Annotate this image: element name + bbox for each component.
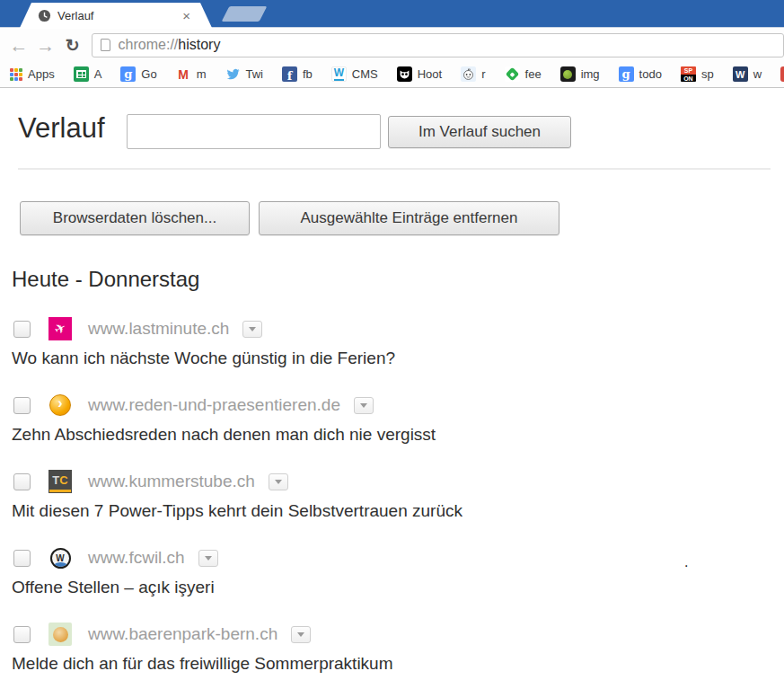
history-entry: ✈ www.lastminute.ch Wo kann ich nächste … [0,315,784,378]
entry-menu-button[interactable] [354,397,374,414]
bookmark-feedly[interactable]: fee [502,64,544,85]
bookmark-label: fb [303,67,313,81]
bookmark-w[interactable]: W w [730,64,764,85]
entry-domain[interactable]: www.fcwil.ch [88,548,185,568]
facebook-icon: f [282,66,297,82]
browser-window: Verlauf × ← → ↻ chrome://history Apps A [0,0,784,680]
sheets-icon [74,66,89,82]
entry-domain[interactable]: www.reden-und-praesentieren.de [88,395,340,415]
bookmark-apps[interactable]: Apps [7,64,57,85]
history-entry: W www.fcwil.ch Offene Stellen – açık işy… [0,544,784,607]
page-icon [101,39,110,51]
feedly-icon [505,66,520,82]
orange-arrow-icon: › [48,393,72,417]
url-text: chrome://history [119,37,221,53]
history-entry: › www.reden-und-praesentieren.de Zehn Ab… [0,392,784,455]
tc-dark-icon: TC [48,470,72,493]
bookmark-label: Apps [28,67,55,81]
entry-domain[interactable]: www.kummerstube.ch [88,472,255,491]
tab-title: Verlauf [57,9,181,22]
entry-domain[interactable]: www.baerenpark-bern.ch [88,624,277,644]
bookmark-label: sp [701,67,714,81]
entry-domain[interactable]: www.lastminute.ch [88,319,229,339]
entry-checkbox[interactable] [13,397,31,414]
forward-icon[interactable]: → [32,36,59,55]
entry-title[interactable]: Offene Stellen – açık işyeri [0,578,784,597]
bookmark-gmail[interactable]: M m [173,64,209,85]
bookmark-sheets[interactable]: A [71,64,105,85]
google-icon: g [619,66,634,82]
bookmark-g[interactable]: G G [778,64,784,85]
gmail-icon: M [176,66,191,82]
clear-browsing-data-button[interactable]: Browserdaten löschen... [20,201,250,235]
reload-icon[interactable]: ↻ [59,37,86,54]
entry-menu-button[interactable] [291,626,311,643]
entry-checkbox[interactable] [13,321,31,338]
entry-checkbox[interactable] [13,626,31,643]
bookmark-label: Hoot [418,67,442,81]
chevron-down-icon [360,403,367,408]
bookmark-spiegel[interactable]: SP ON sp [678,64,717,85]
bookmark-label: m [197,67,207,81]
bookmark-label: Twi [246,67,264,81]
history-page: Verlauf Im Verlauf suchen Browserdaten l… [0,89,784,680]
page-title: Verlauf [18,112,105,145]
lastminute-plane-icon: ✈ [48,317,72,340]
chevron-down-icon [249,327,256,331]
entry-menu-button[interactable] [269,473,288,490]
tab-strip: Verlauf × [0,0,784,28]
owl-icon [397,66,412,82]
entry-title[interactable]: Wo kann ich nächste Woche günstig in die… [0,349,784,368]
bookmark-label: fee [525,67,542,81]
entry-checkbox[interactable] [13,473,31,490]
url-host: history [178,37,220,52]
w-navy-icon: W [733,66,748,82]
search-history-button[interactable]: Im Verlauf suchen [388,116,571,148]
w-underline-icon: W [331,66,347,82]
history-entry: TC www.kummerstube.ch Mit diesen 7 Power… [0,468,784,531]
day-header: Heute - Donnerstag [12,267,199,292]
history-search-input[interactable] [127,114,381,149]
bookmark-label: r [481,67,485,81]
bookmark-todo[interactable]: g todo [616,64,665,85]
chevron-down-icon [205,556,212,561]
bookmark-label: w [753,67,762,81]
bookmark-label: todo [639,67,662,81]
entry-title[interactable]: Zehn Abschiedsreden nach denen man dich … [0,425,784,445]
bookmark-google[interactable]: g Go [118,64,159,85]
new-tab-button[interactable] [222,6,268,22]
entry-checkbox[interactable] [13,550,31,567]
history-clock-icon [38,9,51,22]
chevron-down-icon [275,480,282,484]
bookmark-cms[interactable]: W CMS [329,64,381,85]
g-red-icon: G [780,66,784,82]
address-bar[interactable]: chrome://history [92,33,784,57]
spiegel-icon: SP ON [681,66,696,82]
stray-dot: . [684,554,688,570]
bookmark-label: Go [141,67,156,81]
chevron-down-icon [297,632,304,637]
entry-title[interactable]: Melde dich an für das freiwillige Sommer… [0,654,784,674]
remove-selected-button[interactable]: Ausgewählte Einträge entfernen [259,201,559,235]
entry-title[interactable]: Mit diesen 7 Power-Tipps kehrt dein Selb… [0,501,784,521]
bookmark-label: CMS [352,67,378,81]
bookmark-hootsuite[interactable]: Hoot [394,64,445,85]
url-scheme: chrome:// [119,37,179,52]
history-entry: www.baerenpark-bern.ch Melde dich an für… [0,621,784,680]
bookmark-imgur[interactable]: img [558,64,603,85]
back-icon[interactable]: ← [5,36,32,55]
fcwil-crest-icon: W [48,546,72,570]
tab-verlauf[interactable]: Verlauf × [20,3,212,28]
twitter-icon [225,66,241,82]
reddit-icon [461,66,476,82]
bookmark-label: A [94,67,102,81]
bookmark-label: img [581,67,600,81]
browser-toolbar: ← → ↻ chrome://history [0,29,784,61]
green-dot-icon [560,66,576,82]
tab-close-icon[interactable]: × [181,9,192,22]
bookmark-facebook[interactable]: f fb [279,64,315,85]
bookmark-reddit[interactable]: r [458,64,488,85]
entry-menu-button[interactable] [242,321,262,338]
bookmark-twitter[interactable]: Twi [223,64,267,85]
entry-menu-button[interactable] [198,550,218,567]
